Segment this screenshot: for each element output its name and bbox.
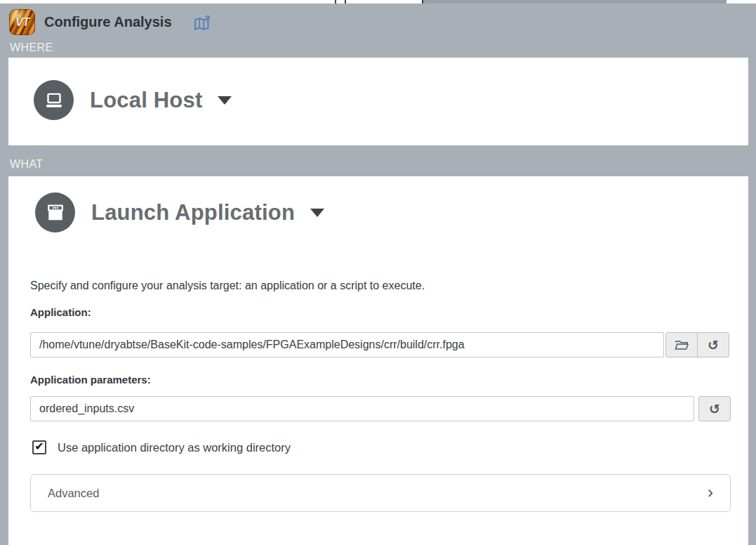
parameters-history-button[interactable]: ↺ — [698, 396, 731, 421]
page-title: Configure Analysis — [44, 14, 172, 30]
advanced-label: Advanced — [48, 487, 99, 500]
application-window-icon — [35, 192, 75, 232]
what-section-label: WHAT — [10, 158, 44, 171]
where-panel: Local Host — [8, 58, 748, 145]
browse-folder-button[interactable] — [665, 332, 698, 357]
dropdown-arrow-icon — [218, 96, 232, 105]
help-map-icon[interactable]: ? — [192, 15, 211, 34]
advanced-section-toggle[interactable]: Advanced › — [30, 474, 731, 512]
svg-text:?: ? — [205, 15, 211, 24]
parameters-field-label: Application parameters: — [30, 374, 151, 386]
history-icon: ↺ — [709, 402, 720, 416]
where-section-label: WHERE — [10, 41, 53, 54]
application-field-buttons: ↺ — [665, 332, 731, 357]
open-folder-icon — [674, 337, 689, 353]
what-panel: Launch Application Specify and configure… — [8, 176, 748, 545]
working-directory-checkbox-label: Use application directory as working dir… — [58, 441, 291, 454]
vtune-logo-text: VT — [15, 15, 29, 29]
application-path-input[interactable] — [30, 332, 664, 357]
application-field-label: Application: — [30, 306, 91, 318]
dropdown-arrow-icon — [310, 209, 324, 217]
local-host-icon — [34, 80, 74, 120]
target-description: Specify and configure your analysis targ… — [30, 280, 425, 292]
what-target-name: Launch Application — [91, 200, 295, 225]
chevron-right-icon: › — [708, 484, 713, 501]
application-history-button[interactable]: ↺ — [697, 332, 729, 357]
checkmark-icon: ✔ — [34, 441, 44, 452]
vtune-logo-icon: VT — [9, 9, 35, 35]
application-parameters-input[interactable] — [30, 396, 694, 421]
header: VT Configure Analysis ? — [0, 4, 756, 40]
where-target-selector[interactable]: Local Host — [34, 80, 232, 120]
working-directory-checkbox[interactable]: ✔ — [32, 440, 46, 454]
where-target-name: Local Host — [90, 88, 202, 113]
what-target-selector[interactable]: Launch Application — [35, 192, 324, 232]
working-directory-checkbox-row: ✔ Use application directory as working d… — [32, 440, 291, 454]
history-icon: ↺ — [708, 339, 719, 352]
